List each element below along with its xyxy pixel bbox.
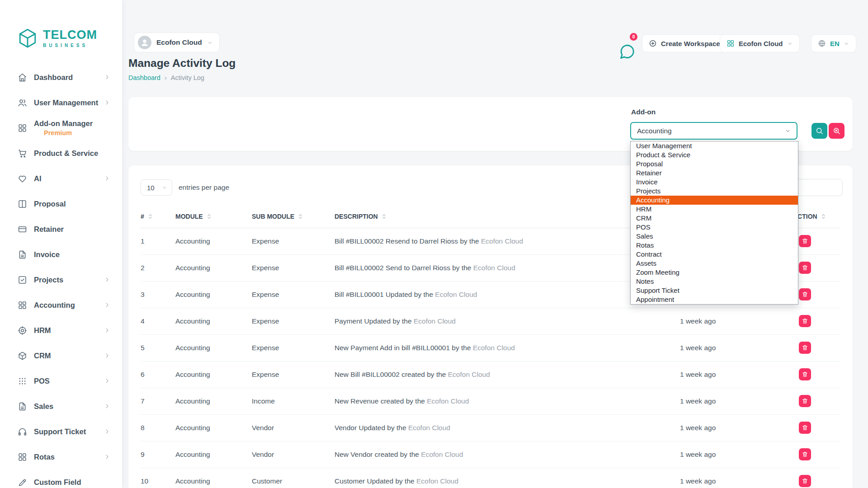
cell-sub-module: Expense <box>252 361 335 388</box>
column-header-num[interactable]: # <box>141 205 175 228</box>
dashboard-icon <box>18 73 27 82</box>
sidebar-item-crm[interactable]: CRM <box>0 343 122 368</box>
addon-option-sales[interactable]: Sales <box>631 232 798 241</box>
sidebar-item-projects[interactable]: Projects <box>0 267 122 292</box>
cell-num: 4 <box>141 308 175 334</box>
hrm-icon <box>18 326 27 335</box>
addon-option-user-management[interactable]: User Management <box>631 141 798 150</box>
delete-button[interactable] <box>799 342 811 354</box>
chevron-down-icon <box>787 41 793 47</box>
sidebar-item-ai[interactable]: AI <box>0 166 122 191</box>
delete-button[interactable] <box>799 315 811 327</box>
cell-num: 10 <box>141 468 175 488</box>
pos-icon <box>18 376 27 386</box>
column-header-action[interactable]: ACTION <box>793 205 840 228</box>
entries-per-page-label: entries per page <box>179 183 229 192</box>
sidebar-item-label: Custom Field <box>34 478 81 487</box>
addon-filter-select[interactable]: Accounting <box>630 122 797 140</box>
profile-name: Ecofon Cloud <box>156 38 202 47</box>
workspace-name: Ecofon Cloud <box>739 40 783 47</box>
chevron-down-icon <box>162 185 167 190</box>
cell-module: Accounting <box>175 334 252 361</box>
addon-option-hrm[interactable]: HRM <box>631 205 798 214</box>
invoice-icon <box>18 250 27 259</box>
breadcrumb-dashboard-link[interactable]: Dashboard <box>128 74 160 81</box>
sort-icon <box>207 213 211 220</box>
delete-button[interactable] <box>799 288 811 300</box>
delete-button[interactable] <box>799 235 811 247</box>
reset-filter-button[interactable] <box>829 123 844 139</box>
cell-description: New Bill #BILL00002 created by the Ecofo… <box>335 361 680 388</box>
sidebar-item-hrm[interactable]: HRM <box>0 318 122 343</box>
sidebar-item-invoice[interactable]: Invoice <box>0 242 122 267</box>
column-header-description[interactable]: DESCRIPTION <box>335 205 680 228</box>
addon-option-accounting[interactable]: Accounting <box>631 196 798 205</box>
sidebar-item-custom-field[interactable]: Custom Field <box>0 469 122 488</box>
cell-action <box>793 468 840 488</box>
cell-action <box>793 414 840 441</box>
cell-action <box>793 334 840 361</box>
table-row: 10AccountingCustomerCustomer Updated by … <box>141 468 840 488</box>
addon-option-product-service[interactable]: Product & Service <box>631 150 798 160</box>
cell-module: Accounting <box>175 308 252 334</box>
addon-option-support-ticket[interactable]: Support Ticket <box>631 286 798 295</box>
messages-button[interactable]: 0 <box>618 35 636 52</box>
trash-icon <box>802 424 808 431</box>
trash-icon <box>802 398 808 404</box>
addon-option-zoom-meeting[interactable]: Zoom Meeting <box>631 268 798 277</box>
sidebar-item-rotas[interactable]: Rotas <box>0 444 122 469</box>
delete-button[interactable] <box>799 395 811 407</box>
delete-button[interactable] <box>799 368 811 380</box>
delete-button[interactable] <box>799 448 811 460</box>
sidebar-item-sales[interactable]: Sales <box>0 394 122 419</box>
addon-option-appointment[interactable]: Appointment <box>631 295 798 304</box>
addon-option-rotas[interactable]: Rotas <box>631 241 798 250</box>
language-selector[interactable]: EN <box>811 34 856 52</box>
search-button[interactable] <box>811 123 827 139</box>
search-off-icon <box>832 127 841 135</box>
addon-option-crm[interactable]: CRM <box>631 214 798 223</box>
product-service-icon <box>18 149 27 158</box>
cell-action <box>793 308 840 334</box>
cell-module: Accounting <box>175 281 252 308</box>
column-header-sub-module[interactable]: SUB MODULE <box>252 205 335 228</box>
addon-option-retainer[interactable]: Retainer <box>631 169 798 178</box>
chevron-down-icon <box>785 128 791 134</box>
addon-option-projects[interactable]: Projects <box>631 187 798 196</box>
sidebar-item-accounting[interactable]: Accounting <box>0 292 122 318</box>
addon-option-proposal[interactable]: Proposal <box>631 160 798 169</box>
retainer-icon <box>18 225 27 234</box>
profile-dropdown[interactable]: Ecofon Cloud <box>134 33 220 52</box>
delete-button[interactable] <box>799 422 811 434</box>
cell-date: 1 week ago <box>680 361 793 388</box>
chevron-right-icon <box>104 277 110 283</box>
sidebar-item-user-management[interactable]: User Management <box>0 90 122 115</box>
delete-button[interactable] <box>799 262 811 274</box>
sidebar-item-product-service[interactable]: Product & Service <box>0 141 122 166</box>
cell-description: Bill #BILL00002 Resend to Darrel Rioss b… <box>335 228 680 254</box>
page-size-select[interactable]: 10 <box>141 179 172 196</box>
workspace-selector[interactable]: Ecofon Cloud <box>720 34 800 52</box>
avatar-icon <box>138 36 151 49</box>
addon-option-assets[interactable]: Assets <box>631 259 798 268</box>
create-workspace-button[interactable]: Create Workspace <box>642 34 727 52</box>
sidebar-item-support-ticket[interactable]: Support Ticket <box>0 419 122 444</box>
sidebar-item-retainer[interactable]: Retainer <box>0 216 122 242</box>
sidebar-item-dashboard[interactable]: Dashboard <box>0 65 122 90</box>
column-header-module[interactable]: MODULE <box>175 205 252 228</box>
trash-icon <box>802 478 808 484</box>
sidebar-item-pos[interactable]: POS <box>0 368 122 394</box>
addon-option-notes[interactable]: Notes <box>631 277 798 286</box>
sidebar-item-proposal[interactable]: Proposal <box>0 191 122 216</box>
chevron-down-icon <box>844 41 849 47</box>
addon-option-invoice[interactable]: Invoice <box>631 178 798 187</box>
sort-icon <box>821 213 826 220</box>
sidebar-item-add-on-manager[interactable]: Add-on ManagerPremium <box>0 115 122 141</box>
cell-sub-module: Customer <box>252 468 335 488</box>
addon-option-contract[interactable]: Contract <box>631 250 798 259</box>
cell-module: Accounting <box>175 468 252 488</box>
addon-option-pos[interactable]: POS <box>631 223 798 232</box>
brand-logo-icon <box>17 28 38 49</box>
delete-button[interactable] <box>799 475 811 487</box>
trash-icon <box>802 344 808 351</box>
